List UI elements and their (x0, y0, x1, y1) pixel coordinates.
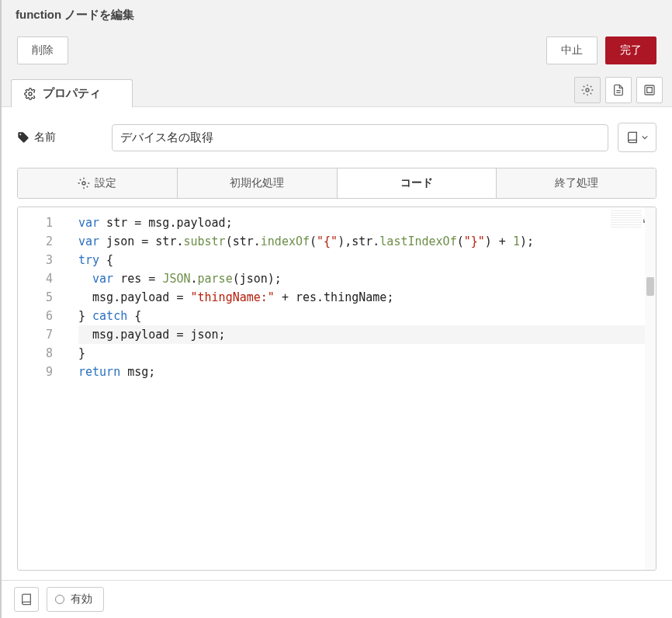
body-area: 名前 設定 初期化処理 コード 終了処理 (2, 107, 672, 580)
description-icon-button[interactable] (605, 77, 632, 103)
name-input[interactable] (112, 124, 608, 151)
appearance-icon (643, 84, 656, 96)
edit-panel: function ノードを編集 削除 中止 完了 プロパティ 名前 (0, 0, 672, 618)
document-icon (612, 84, 625, 96)
tab-properties-label: プロパティ (43, 86, 101, 101)
library-button[interactable] (618, 123, 656, 152)
svg-point-0 (29, 92, 32, 95)
name-label: 名前 (17, 130, 102, 144)
svg-rect-5 (647, 88, 653, 93)
book-icon (20, 593, 33, 606)
tab-properties[interactable]: プロパティ (11, 79, 133, 107)
gear-icon (581, 84, 594, 96)
sub-tab-setup-label: 設定 (95, 176, 116, 190)
code-line[interactable]: } (78, 344, 656, 363)
caret-down-icon (642, 134, 648, 141)
sub-tab-code-label: コード (400, 176, 433, 190)
code-line[interactable]: msg.payload = "thingName:" + res.thingNa… (78, 288, 656, 307)
code-editor[interactable]: 123456789 var str = msg.payload;var json… (17, 207, 656, 571)
gutter-line: 1 (18, 214, 53, 232)
footer: 有効 (2, 580, 672, 618)
editor-code-area[interactable]: var str = msg.payload;var json = str.sub… (63, 207, 656, 570)
sub-tab-code[interactable]: コード (338, 168, 497, 198)
main-tabs: プロパティ (2, 77, 672, 107)
action-bar: 削除 中止 完了 (2, 30, 672, 77)
editor-scrollbar[interactable] (645, 207, 656, 570)
gear-icon (24, 88, 36, 100)
gutter-line: 6 (18, 307, 53, 325)
enabled-indicator-icon (55, 595, 64, 604)
book-icon (626, 131, 639, 144)
appearance-icon-button[interactable] (636, 77, 663, 103)
code-line[interactable]: msg.payload = json; (78, 325, 656, 344)
function-sub-tabs: 設定 初期化処理 コード 終了処理 (17, 168, 656, 199)
gutter-line: 2 (18, 232, 53, 251)
svg-point-6 (82, 182, 85, 185)
sub-tab-onstart[interactable]: 初期化処理 (178, 168, 338, 198)
editor-minimap (611, 210, 642, 227)
code-line[interactable]: var res = JSON.parse(json); (78, 269, 656, 288)
gutter-line: 5 (18, 288, 53, 307)
delete-button[interactable]: 削除 (17, 36, 68, 64)
gutter-line: 4 (18, 269, 53, 288)
svg-rect-4 (645, 85, 654, 95)
code-line[interactable]: return msg; (78, 363, 656, 381)
code-line[interactable]: } catch { (78, 307, 656, 325)
footer-library-button[interactable] (14, 587, 39, 612)
name-label-text: 名前 (34, 130, 56, 144)
gutter-line: 9 (18, 363, 53, 381)
sub-tab-onstart-label: 初期化処理 (230, 176, 284, 190)
enabled-toggle[interactable]: 有効 (47, 587, 104, 612)
sub-tab-onstop-label: 終了処理 (555, 176, 598, 190)
code-line[interactable]: var json = str.substr(str.indexOf("{"),s… (78, 232, 656, 251)
code-line[interactable]: try { (78, 251, 656, 269)
enabled-label: 有効 (71, 592, 92, 606)
sub-tab-setup[interactable]: 設定 (18, 168, 178, 198)
code-line[interactable]: var str = msg.payload; (78, 214, 656, 232)
panel-title: function ノードを編集 (2, 0, 672, 30)
gear-icon (78, 177, 90, 189)
gutter-line: 8 (18, 344, 53, 363)
editor-gutter: 123456789 (18, 207, 63, 570)
settings-icon-button[interactable] (574, 77, 601, 103)
gutter-line: 7 (18, 325, 53, 344)
svg-point-1 (586, 89, 589, 92)
done-button[interactable]: 完了 (605, 36, 656, 64)
cancel-button[interactable]: 中止 (546, 36, 598, 64)
tag-icon (17, 131, 29, 144)
gutter-line: 3 (18, 251, 53, 269)
name-row: 名前 (17, 123, 656, 152)
sub-tab-onstop[interactable]: 終了処理 (497, 168, 656, 198)
editor-scroll-thumb[interactable] (646, 277, 654, 296)
